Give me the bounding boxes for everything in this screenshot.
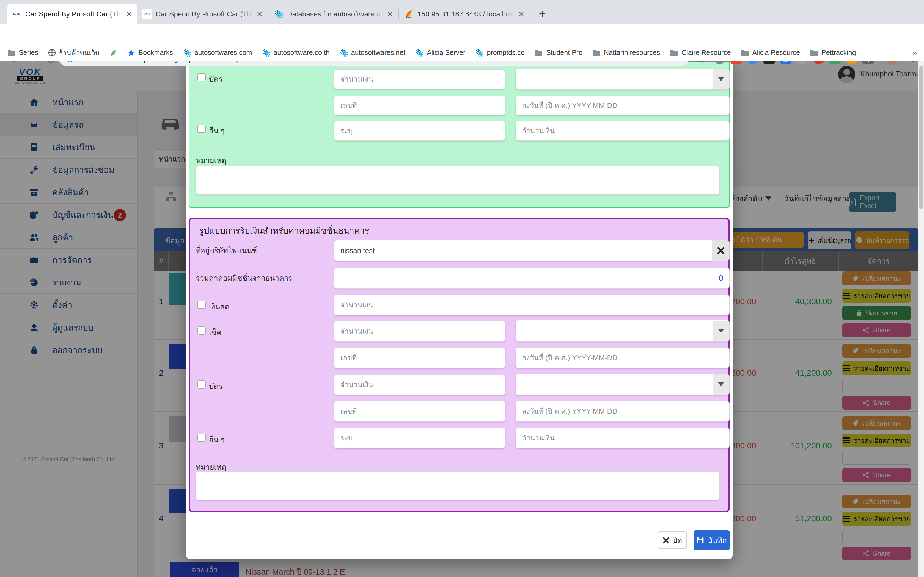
browser-tab-4[interactable]: PMA 150.95.31.187:8443 / localhost — [399, 4, 530, 24]
gears-icon — [262, 48, 270, 57]
note-textarea[interactable] — [196, 472, 720, 500]
x-icon — [717, 247, 725, 255]
save-button[interactable]: บันทึก — [693, 530, 730, 550]
card-date-input[interactable] — [515, 401, 730, 422]
feather-icon — [110, 49, 117, 56]
scrollbar-thumb[interactable] — [919, 66, 923, 209]
bookmark-folder[interactable]: Series — [7, 48, 38, 56]
bookmark-feather[interactable] — [110, 49, 117, 56]
card-label: บัตร — [209, 73, 223, 85]
commission-total-input[interactable] — [334, 268, 730, 288]
other-specify-input[interactable] — [334, 427, 505, 448]
browser-tab-3[interactable]: Databases for autosoftware.co — [269, 4, 398, 24]
card-number-input[interactable] — [334, 401, 505, 422]
note-textarea[interactable] — [196, 166, 720, 195]
cheque-label: เช็ค — [209, 326, 222, 338]
star-icon — [127, 48, 135, 57]
bookmark-folder[interactable]: Claire Resource — [670, 48, 731, 56]
browser-tab-1[interactable]: VOK Car Spend By Prosoft Car (Tha — [7, 4, 137, 24]
gears-icon — [415, 48, 423, 57]
chevron-down-icon — [713, 374, 729, 395]
cheque-bank-select[interactable] — [515, 320, 730, 342]
bookmark-item[interactable]: ร้านค้าบนเว็บ — [48, 47, 100, 58]
folder-icon — [670, 49, 678, 56]
close-icon[interactable] — [387, 11, 393, 17]
save-icon — [696, 536, 704, 544]
close-icon[interactable] — [256, 11, 263, 17]
bookmark-folder[interactable]: Nattarin resources — [592, 48, 660, 56]
finance-address-input[interactable] — [334, 240, 712, 261]
bookmark-item[interactable]: autosoftwares.net — [339, 48, 405, 57]
commission-total-label: รวมค่าคอมมิชชั่นจากธนาคาร — [196, 272, 292, 284]
note-label: หมายเหตุ — [196, 461, 226, 473]
other-label: อื่น ๆ — [209, 125, 225, 137]
folder-icon — [810, 49, 818, 56]
card-number-input[interactable] — [334, 96, 505, 115]
folder-icon — [741, 49, 749, 56]
tab-bar: VOK Car Spend By Prosoft Car (Tha VOK Ca… — [0, 0, 924, 24]
cheque-date-input[interactable] — [515, 347, 730, 368]
svg-text:PMA: PMA — [406, 16, 411, 18]
bookmark-folder[interactable]: Pettracking — [810, 48, 856, 56]
bookmark-item[interactable]: autosoftwares.com — [183, 48, 252, 57]
bookmarks-bar: Series ร้านค้าบนเว็บ Bookmarks autosoftw… — [0, 45, 924, 61]
card-amount-input[interactable] — [334, 69, 505, 89]
vok-favicon: VOK — [12, 9, 21, 19]
bookmarks-overflow-button[interactable]: » — [912, 48, 917, 57]
card-checkbox[interactable] — [197, 73, 206, 81]
globe-icon — [48, 49, 56, 56]
new-tab-button[interactable]: + — [535, 6, 550, 21]
other-amount-input[interactable] — [515, 427, 730, 448]
cash-label: เงินสด — [209, 301, 229, 313]
other-checkbox[interactable] — [197, 125, 206, 133]
folder-icon — [592, 49, 601, 56]
cash-checkbox[interactable] — [197, 301, 206, 309]
section-title: รูปแบบการรับเงินสำหรับค่าคอมมิชชั่นธนาคา… — [199, 224, 369, 237]
bookmark-item[interactable]: autosoftware.co.th — [262, 48, 330, 57]
x-icon — [663, 537, 669, 543]
finance-address-label: ที่อยู่บริษัทไฟแนนซ์ — [196, 245, 257, 256]
close-icon[interactable] — [126, 11, 132, 17]
card-amount-input[interactable] — [334, 374, 505, 395]
tab-separator — [398, 9, 399, 19]
card-checkbox[interactable] — [197, 380, 206, 388]
note-label: หมายเหตุ — [196, 155, 226, 166]
folder-icon — [535, 49, 543, 56]
cheque-amount-input[interactable] — [334, 321, 505, 342]
screen: VOK GROUP V.OK GROUP.CO.,LTD. Khumphol T… — [0, 0, 924, 577]
card-label: บัตร — [209, 380, 223, 392]
payment-form-modal: บัตร อื่น ๆ หมายเหตุ รูปแบบการรับเงินสำห… — [186, 62, 733, 559]
gears-icon — [475, 48, 483, 57]
vok-favicon: VOK — [142, 9, 152, 19]
gears-icon — [339, 48, 348, 57]
card-bank-select[interactable] — [515, 374, 730, 395]
bookmark-folder[interactable]: Alicia Resource — [741, 48, 800, 56]
card-date-input[interactable] — [515, 96, 730, 115]
bookmark-item[interactable]: promptds.co — [475, 48, 525, 57]
folder-icon — [7, 49, 15, 56]
close-button[interactable]: ปิด — [658, 531, 687, 549]
gears-icon — [183, 48, 191, 57]
chevron-down-icon — [713, 321, 729, 341]
other-amount-input[interactable] — [515, 121, 730, 141]
close-icon[interactable] — [518, 11, 525, 17]
phpmyadmin-favicon: PMA — [404, 9, 414, 19]
database-gears-favicon — [274, 9, 283, 19]
cheque-checkbox[interactable] — [197, 326, 206, 335]
address-bar: localhost/2020/carspend/vokgroup/dashboa… — [0, 24, 924, 45]
cheque-number-input[interactable] — [334, 347, 505, 368]
other-specify-input[interactable] — [334, 121, 505, 141]
bookmark-item[interactable]: Alicia Server — [415, 48, 465, 57]
browser-tab-2[interactable]: VOK Car Spend By Prosoft Car (Tha — [137, 4, 268, 24]
card-bank-select[interactable] — [515, 69, 730, 90]
scrollbar[interactable] — [919, 61, 924, 577]
other-label: อื่น ๆ — [209, 434, 225, 445]
cash-amount-input[interactable] — [334, 295, 730, 316]
bookmark-item[interactable]: Bookmarks — [127, 48, 173, 57]
clear-finance-button[interactable] — [712, 240, 730, 261]
other-checkbox[interactable] — [197, 434, 206, 442]
chevron-down-icon — [713, 69, 729, 89]
bookmark-folder[interactable]: Student Pro — [535, 48, 582, 56]
tab-separator — [268, 9, 268, 19]
